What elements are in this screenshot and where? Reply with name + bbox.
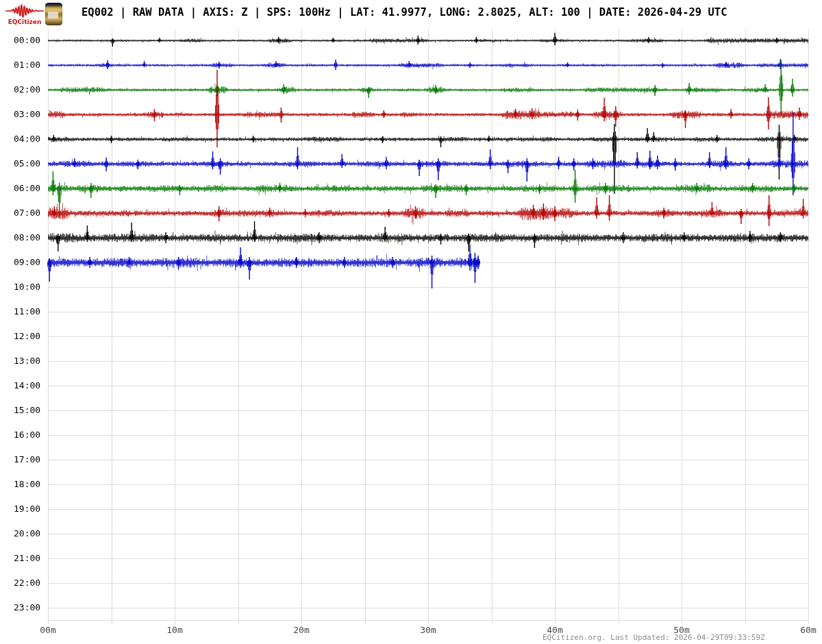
hour-label: 15:00 [14,406,51,415]
hour-label: 02:00 [14,85,51,95]
hour-label: 06:00 [14,184,51,193]
minute-label: 00m [40,626,55,635]
hour-label: 21:00 [14,554,51,563]
hour-label: 10:00 [14,282,51,292]
hour-label: 04:00 [14,134,51,144]
minute-label: 60m [800,626,816,635]
footer-last-updated: EQCitizen.org. Last Updated: 2026-04-29T… [543,633,765,642]
hour-label: 16:00 [14,430,51,440]
geophone-photo [45,3,62,25]
hour-label: 01:00 [14,60,51,70]
hour-label: 23:00 [14,603,51,612]
hour-label: 03:00 [14,110,51,119]
hour-label: 09:00 [14,258,51,267]
hour-label: 17:00 [14,455,51,465]
hour-label: 00:00 [14,36,51,45]
minute-label: 10m [166,626,182,635]
hour-label: 12:00 [14,332,51,341]
eqcitizen-logo: EQCitizen [5,3,44,26]
page-title: EQ002 | RAW DATA | AXIS: Z | SPS: 100Hz … [82,6,727,18]
hour-label: 20:00 [14,529,51,538]
hour-label: 08:00 [14,233,51,243]
hour-label: 14:00 [14,381,51,391]
hour-label: 19:00 [14,504,51,514]
hour-label: 11:00 [14,307,51,317]
helicorder-page: EQCitizen EQ002 | RAW DATA | AXIS: Z | S… [0,0,822,644]
hour-label: 07:00 [14,208,51,218]
hour-label: 13:00 [14,356,51,366]
geophone-label-sticker [48,12,58,18]
hour-label: 18:00 [14,480,51,489]
hour-label: 22:00 [14,578,51,588]
seismic-waveform-icon [5,3,44,19]
minute-label: 30m [420,626,436,635]
eqcitizen-logo-text: EQCitizen [5,18,44,25]
hour-label: 05:00 [14,159,51,169]
helicorder-plot-canvas [0,0,822,644]
minute-label: 20m [293,626,309,635]
